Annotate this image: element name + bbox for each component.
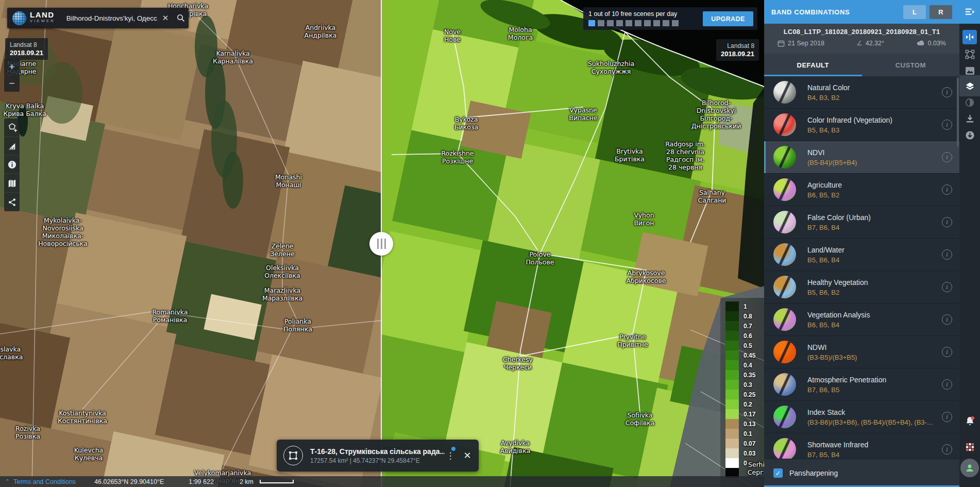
place-label: RozkishneРозкішне (441, 149, 474, 165)
basemap-icon[interactable] (4, 174, 20, 193)
scrollbar-thumb[interactable] (957, 77, 959, 147)
tab-custom[interactable]: CUSTOM (862, 54, 960, 76)
band-info-icon[interactable]: i (942, 314, 952, 325)
apply-right-button[interactable]: R (930, 5, 952, 19)
quota-square-free (663, 20, 669, 26)
band-name: Agriculture (807, 181, 942, 189)
aoi-shape-icon[interactable] (283, 446, 303, 465)
apps-grid-button[interactable] (959, 438, 980, 456)
contrast-button[interactable] (959, 94, 980, 111)
band-info-icon[interactable]: i (942, 444, 952, 455)
draw-aoi-icon[interactable] (4, 119, 20, 137)
apply-left-button[interactable]: L (903, 5, 926, 19)
logo-text-land: LAND (30, 12, 55, 18)
band-combinations-panel: BAND COMBINATIONS L R LC08_L1TP_181028_2… (764, 0, 959, 487)
scene-badge-right: Landsat 8 2018.09.21 (716, 39, 759, 61)
landviewer-logo[interactable]: LAND VIEWER (7, 11, 60, 25)
band-info-icon[interactable]: i (942, 347, 952, 357)
band-row-shortwave-infrared[interactable]: Shortwave InfraredB7, B5, B4i (764, 433, 959, 459)
split-divider-handle[interactable] (369, 232, 393, 256)
info-tool-icon[interactable] (4, 156, 20, 174)
logo-text-viewer: VIEWER (30, 18, 55, 24)
band-row-healthy-vegetation[interactable]: Healthy VegetationB5, B6, B2i (764, 271, 959, 304)
tab-default[interactable]: DEFAULT (764, 54, 862, 76)
band-row-natural-color[interactable]: Natural ColorB4, B3, B2i (764, 76, 959, 109)
terms-link[interactable]: ⌃ Terms and Conditions (5, 478, 76, 485)
legend-entry: 0.5 (725, 341, 755, 350)
band-info-icon[interactable]: i (942, 184, 952, 195)
map-canvas[interactable]: HoncharivkaГончарівкаAndriivkaАндріївкаK… (0, 0, 764, 487)
sun-elevation: ∠ 42.32° (856, 39, 884, 47)
legend-entry: 0.25 (725, 390, 755, 399)
person-icon (965, 463, 975, 473)
crop-aoi-button[interactable] (959, 45, 980, 63)
search-icon[interactable] (173, 8, 189, 28)
scene-list-toggle[interactable] (959, 0, 980, 24)
place-label: AbrykosoveАбрикосове (626, 269, 666, 284)
ndvi-legend: 10.80.70.60.50.450.40.350.30.250.20.170.… (725, 301, 755, 478)
band-row-index-stack[interactable]: Index Stack(B3-B6)/(B3+B6), (B5-B4)/(B5+… (764, 401, 959, 433)
band-row-atmospheric-penetration[interactable]: Atmospheric PenetrationB7, B6, B5i (764, 368, 959, 401)
zoom-out-button[interactable]: − (4, 75, 20, 92)
band-info-icon[interactable]: i (942, 412, 952, 422)
cloud-icon (917, 40, 925, 46)
legend-entry: 0.4 (725, 360, 755, 370)
band-info-icon[interactable]: i (942, 152, 952, 162)
split-view-button[interactable] (959, 28, 980, 46)
place-label: KostiantynivkaКостянтинівка (58, 409, 107, 425)
band-row-agriculture[interactable]: AgricultureB6, B5, B2i (764, 174, 959, 206)
measure-icon[interactable] (4, 137, 20, 156)
band-info-icon[interactable]: i (942, 282, 952, 292)
band-info-icon[interactable]: i (942, 217, 952, 227)
band-formula: B6, B5, B2 (807, 191, 942, 199)
band-row-ndvi[interactable]: NDVI(B5-B4)/(B5+B4)i (764, 141, 959, 174)
clear-search-icon[interactable]: ✕ (158, 8, 173, 28)
notifications-button[interactable] (959, 412, 980, 430)
zoom-in-button[interactable]: + (4, 59, 20, 75)
quota-square-free (616, 20, 623, 26)
search-input[interactable] (60, 14, 158, 22)
legend-entry: 0.17 (725, 409, 755, 419)
band-combinations-button[interactable] (959, 77, 980, 95)
upgrade-button[interactable]: UPGRADE (703, 11, 753, 26)
legend-entry: 0.3 (725, 380, 755, 390)
save-scene-button[interactable] (959, 126, 980, 144)
band-name: Shortwave Infrared (807, 441, 942, 449)
band-tabs: DEFAULT CUSTOM (764, 54, 959, 76)
band-info-icon[interactable]: i (942, 87, 952, 97)
user-avatar[interactable] (960, 459, 979, 477)
band-row-land-water[interactable]: Land/WaterB5, B6, B4i (764, 239, 959, 271)
legend-entry: 0.13 (725, 419, 755, 429)
band-name: Natural Color (807, 83, 942, 92)
pansharpening-row: ✓ Pansharpening (764, 459, 959, 487)
map-scale-ratio: 1:99 622 (189, 478, 214, 485)
aoi-menu-icon[interactable]: ⋮ (445, 450, 456, 461)
place-label: Kryva BalkaКрива Балка (3, 102, 46, 117)
image-view-button[interactable] (959, 62, 980, 79)
badge-sensor: Landsat 8 (721, 42, 754, 50)
band-formula: B5, B6, B2 (807, 289, 942, 296)
download-button[interactable] (959, 110, 980, 127)
band-row-ndwi[interactable]: NDWI(B3-B5)/(B3+B5)i (764, 336, 959, 368)
band-info-icon[interactable]: i (942, 249, 952, 260)
band-formula: (B3-B6)/(B3+B6), (B5-B4)/(B5+B4), (B3-..… (807, 418, 942, 426)
band-row-vegetation-analysis[interactable]: Vegetation AnalysisB6, B5, B4i (764, 304, 959, 336)
band-thumbnail (773, 211, 796, 233)
band-row-false-color-urban-[interactable]: False Color (Urban)B7, B6, B4i (764, 206, 959, 239)
aoi-close-icon[interactable]: ✕ (456, 450, 479, 461)
band-info-icon[interactable]: i (942, 379, 952, 390)
band-row-color-infrared-vegetation-[interactable]: Color Infrared (Vegetation)B5, B4, B3i (764, 109, 959, 141)
band-combination-list: Natural ColorB4, B3, B2iColor Infrared (… (764, 76, 959, 459)
legend-entry: 1 (725, 301, 755, 311)
band-info-icon[interactable]: i (942, 120, 952, 130)
share-icon[interactable] (4, 193, 20, 211)
legend-entry: 0.35 (725, 370, 755, 380)
pansharpening-checkbox[interactable]: ✓ (773, 468, 783, 478)
legend-entry: 0.8 (725, 311, 755, 321)
place-label: VypasneВипасне (569, 106, 597, 122)
place-label: SalhanyСалгани (698, 189, 726, 204)
place-label: MonashiМонаші (275, 173, 302, 189)
landviewer-app: { "logo": { "land": "LAND", "viewer": "V… (0, 0, 980, 487)
quota-square-free (598, 20, 604, 26)
aoi-title: Т-16-28, Струмківська сільська рада... (310, 447, 445, 456)
